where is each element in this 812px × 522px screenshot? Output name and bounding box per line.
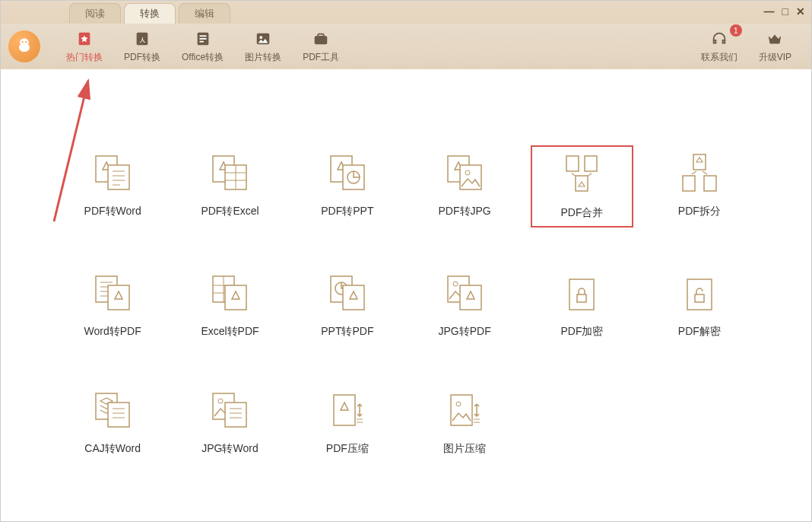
tool-label: PDF转PPT	[321, 205, 373, 218]
svg-rect-47	[343, 285, 364, 310]
app-logo[interactable]	[8, 30, 40, 62]
notification-badge: 1	[730, 24, 742, 37]
svg-rect-4	[199, 35, 206, 37]
unlock-icon	[678, 272, 721, 314]
tab-read[interactable]: 阅读	[69, 3, 121, 24]
svg-rect-39	[108, 285, 129, 310]
tab-edit[interactable]: 编辑	[179, 3, 230, 24]
tool-caj-to-word[interactable]: CAJ转Word	[62, 383, 163, 462]
tool-label: CAJ转Word	[84, 442, 141, 456]
svg-text:人: 人	[139, 37, 146, 43]
tool-label: Word转PDF	[84, 325, 141, 339]
svg-rect-30	[576, 176, 588, 191]
svg-rect-56	[108, 403, 129, 427]
tool-pdf-merge[interactable]: PDF合并	[531, 145, 633, 228]
crown-icon	[765, 29, 785, 49]
svg-rect-10	[318, 34, 323, 37]
svg-point-61	[218, 399, 223, 403]
svg-point-8	[260, 36, 263, 39]
word-pdf-icon	[91, 272, 134, 314]
star-icon	[75, 29, 94, 49]
tool-pdf-decrypt[interactable]: PDF解密	[649, 266, 750, 345]
tool-label: PDF拆分	[678, 205, 721, 218]
caj-word-icon	[91, 389, 134, 431]
toolbar-label: 联系我们	[701, 51, 737, 64]
close-button[interactable]: ✕	[796, 5, 805, 18]
app-window: 阅读 转换 编辑 — □ ✕ 热门转换 人 PDF转换	[0, 0, 812, 522]
tool-label: PDF转JPG	[439, 205, 491, 218]
toolbar-pdf-convert[interactable]: 人 PDF转换	[113, 26, 171, 67]
svg-rect-62	[225, 403, 246, 427]
svg-rect-29	[585, 156, 597, 171]
toolbar-vip[interactable]: 升级VIP	[748, 26, 802, 67]
toolbar-label: PDF工具	[303, 51, 339, 64]
tool-pdf-encrypt[interactable]: PDF加密	[531, 266, 633, 345]
tool-pdf-split[interactable]: PDF拆分	[649, 145, 750, 228]
svg-rect-28	[566, 156, 579, 171]
image-compress-icon	[443, 389, 486, 431]
toolbar-label: Office转换	[182, 51, 224, 64]
window-controls: — □ ✕	[764, 5, 805, 18]
svg-rect-33	[704, 176, 716, 191]
svg-point-70	[456, 402, 461, 406]
pdf-split-icon	[678, 151, 721, 194]
tool-label: 图片压缩	[443, 442, 486, 456]
jpg-word-icon	[208, 389, 251, 431]
tool-pdf-compress[interactable]: PDF压缩	[297, 383, 398, 462]
toolbar-label: 升级VIP	[759, 51, 791, 64]
pdf-compress-icon	[326, 389, 369, 431]
toolbar-office-convert[interactable]: Office转换	[171, 26, 234, 67]
tool-pdf-to-word[interactable]: PDF转Word	[62, 145, 163, 228]
tool-label: Excel转PDF	[201, 325, 259, 339]
jpg-pdf-icon	[443, 272, 486, 314]
image-icon	[253, 29, 273, 49]
tool-pdf-to-jpg[interactable]: PDF转JPG	[414, 145, 515, 228]
svg-rect-54	[695, 294, 704, 302]
tool-excel-to-pdf[interactable]: Excel转PDF	[179, 266, 281, 345]
tool-label: JPG转PDF	[439, 325, 491, 339]
tool-jpg-to-word[interactable]: JPG转Word	[179, 383, 281, 462]
headset-icon	[709, 29, 729, 49]
tool-pdf-to-excel[interactable]: PDF转Excel	[179, 145, 281, 228]
tool-jpg-to-pdf[interactable]: JPG转PDF	[414, 266, 515, 345]
tab-convert[interactable]: 转换	[124, 3, 176, 24]
svg-rect-6	[199, 41, 204, 43]
tool-ppt-to-pdf[interactable]: PPT转PDF	[297, 266, 398, 345]
toolbar-pdf-tools[interactable]: PDF工具	[292, 26, 350, 67]
pdf-jpg-icon	[443, 151, 486, 194]
tool-label: PDF压缩	[326, 442, 369, 456]
tool-pdf-to-ppt[interactable]: PDF转PPT	[297, 145, 398, 228]
ppt-pdf-icon	[326, 272, 369, 314]
svg-rect-26	[460, 165, 481, 189]
svg-rect-44	[225, 285, 246, 310]
svg-rect-50	[460, 285, 481, 310]
toolbar-label: 热门转换	[66, 51, 103, 64]
toolbar-contact[interactable]: 1 联系我们	[690, 26, 748, 67]
minimize-button[interactable]: —	[764, 5, 775, 18]
tool-label: PPT转PDF	[321, 325, 373, 339]
toolbar-label: PDF转换	[124, 51, 160, 64]
toolbar-hot-convert[interactable]: 热门转换	[56, 26, 113, 67]
toolbar: 热门转换 人 PDF转换 Office转换 图片转换 PDF工具	[1, 24, 811, 69]
tool-label: PDF加密	[560, 325, 603, 339]
maximize-button[interactable]: □	[782, 5, 788, 18]
svg-rect-52	[577, 294, 586, 302]
tool-image-compress[interactable]: 图片压缩	[414, 383, 515, 462]
toolbar-label: 图片转换	[245, 51, 281, 64]
tool-label: PDF合并	[560, 206, 603, 220]
excel-pdf-icon	[208, 272, 251, 314]
toolbar-image-convert[interactable]: 图片转换	[234, 26, 292, 67]
pdf-word-icon	[91, 151, 134, 194]
toolbox-icon	[311, 29, 331, 49]
lock-icon	[560, 272, 603, 314]
tool-word-to-pdf[interactable]: Word转PDF	[62, 266, 163, 345]
main-tabs: 阅读 转换 编辑	[69, 3, 233, 24]
pdf-excel-icon	[208, 151, 251, 194]
tools-grid: PDF转Word PDF转Excel PDF转PPT PDF转JPG	[62, 145, 750, 462]
tool-label: PDF转Excel	[201, 205, 259, 218]
svg-point-49	[453, 282, 458, 286]
toolbar-right: 1 联系我们 升级VIP	[690, 26, 802, 67]
pdf-merge-icon	[560, 153, 603, 196]
svg-rect-69	[451, 395, 472, 425]
svg-rect-5	[199, 38, 206, 40]
